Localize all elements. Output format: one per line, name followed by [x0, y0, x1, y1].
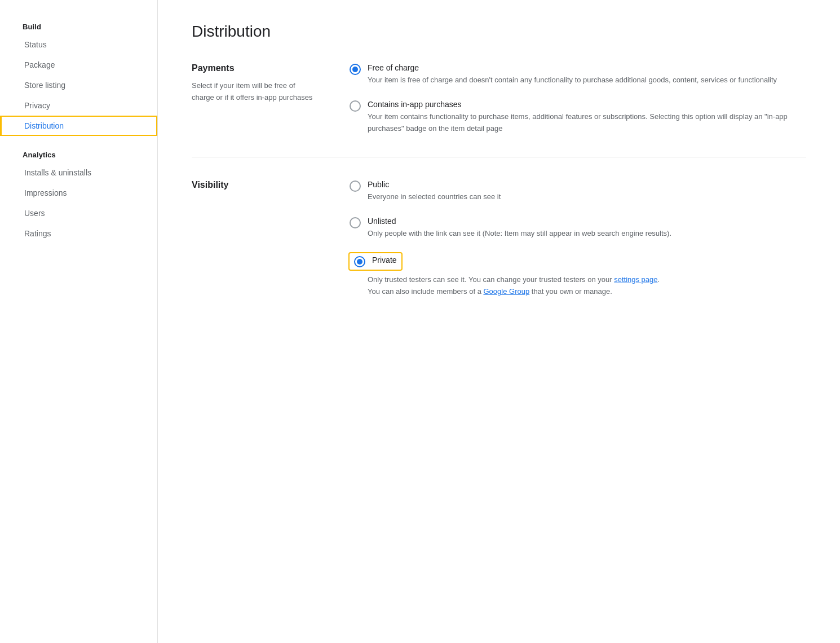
sidebar-item-store-listing[interactable]: Store listing [0, 75, 157, 95]
free-of-charge-label: Free of charge [368, 63, 806, 72]
build-section-header: Build [0, 17, 157, 34]
visibility-label: Visibility [192, 180, 316, 190]
sidebar-item-distribution[interactable]: Distribution [0, 116, 157, 136]
page-title: Distribution [192, 23, 806, 41]
private-desc-block: Only trusted testers can see it. You can… [368, 274, 806, 298]
payments-description: Select if your item will be free of char… [192, 80, 316, 104]
public-radio[interactable] [350, 180, 361, 192]
visibility-options: Public Everyone in selected countries ca… [350, 180, 806, 297]
sidebar-item-impressions[interactable]: Impressions [0, 183, 157, 203]
google-group-link[interactable]: Google Group [483, 287, 529, 296]
payments-options: Free of charge Your item is free of char… [350, 63, 806, 134]
sidebar: Build Status Package Store listing Priva… [0, 0, 158, 643]
in-app-purchases-desc: Your item contains functionality to purc… [368, 111, 806, 135]
in-app-purchases-label: Contains in-app purchases [368, 100, 806, 109]
free-of-charge-desc: Your item is free of charge and doesn't … [368, 74, 806, 86]
public-desc: Everyone in selected countries can see i… [368, 191, 806, 203]
payments-label: Payments [192, 63, 316, 73]
payments-section: Payments Select if your item will be fre… [192, 63, 806, 157]
private-label: Private [372, 256, 397, 265]
unlisted-desc: Only people with the link can see it (No… [368, 228, 806, 240]
sidebar-item-status[interactable]: Status [0, 34, 157, 55]
sidebar-item-privacy[interactable]: Privacy [0, 95, 157, 116]
sidebar-item-ratings[interactable]: Ratings [0, 223, 157, 244]
sidebar-item-users[interactable]: Users [0, 203, 157, 223]
private-option: Private [350, 253, 806, 270]
visibility-label-col: Visibility [192, 180, 316, 297]
private-desc: Only trusted testers can see it. You can… [368, 274, 806, 298]
unlisted-option: Unlisted Only people with the link can s… [350, 217, 806, 240]
free-of-charge-radio[interactable] [350, 64, 361, 75]
in-app-purchases-option: Contains in-app purchases Your item cont… [350, 100, 806, 135]
analytics-section-header: Analytics [0, 145, 157, 162]
in-app-purchases-radio[interactable] [350, 100, 361, 112]
public-option: Public Everyone in selected countries ca… [350, 180, 806, 203]
unlisted-label: Unlisted [368, 217, 806, 226]
settings-page-link[interactable]: settings page [614, 275, 657, 284]
private-radio[interactable] [354, 256, 365, 267]
visibility-section: Visibility Public Everyone in selected c… [192, 180, 806, 320]
public-label: Public [368, 180, 806, 189]
payments-label-col: Payments Select if your item will be fre… [192, 63, 316, 134]
unlisted-radio[interactable] [350, 217, 361, 228]
sidebar-item-installs[interactable]: Installs & uninstalls [0, 162, 157, 183]
main-content: Distribution Payments Select if your ite… [158, 0, 840, 643]
free-of-charge-option: Free of charge Your item is free of char… [350, 63, 806, 86]
sidebar-item-package[interactable]: Package [0, 55, 157, 75]
private-highlight-box: Private [350, 253, 401, 270]
